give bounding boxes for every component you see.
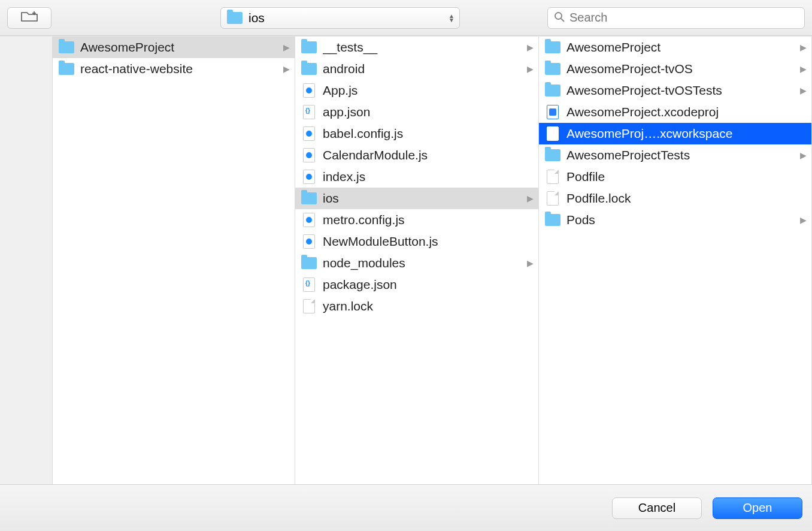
file-label: AwesomeProject bbox=[80, 40, 277, 55]
chevron-right-icon: ▶ bbox=[527, 194, 534, 203]
file-row[interactable]: Podfile bbox=[539, 166, 811, 188]
file-row[interactable]: Podfile.lock bbox=[539, 188, 811, 209]
file-label: Podfile.lock bbox=[566, 191, 807, 206]
chevron-right-icon: ▶ bbox=[527, 64, 534, 74]
chevron-right-icon: ▶ bbox=[800, 215, 807, 225]
js-file-icon bbox=[301, 235, 317, 248]
file-icon bbox=[301, 300, 317, 313]
file-icon bbox=[545, 192, 560, 205]
file-label: ios bbox=[323, 191, 521, 206]
chevron-right-icon: ▶ bbox=[527, 258, 534, 268]
js-file-icon bbox=[301, 127, 317, 140]
search-input[interactable] bbox=[569, 11, 798, 25]
file-row[interactable]: package.json bbox=[295, 274, 538, 295]
folder-icon bbox=[59, 41, 74, 54]
file-row[interactable]: react-native-website▶ bbox=[53, 58, 295, 80]
file-label: react-native-website bbox=[80, 62, 277, 76]
js-file-icon bbox=[301, 149, 317, 162]
folder-icon bbox=[301, 192, 317, 205]
search-field[interactable] bbox=[547, 7, 805, 29]
folder-icon bbox=[545, 213, 560, 227]
js-file-icon bbox=[301, 170, 317, 183]
file-label: AwesomeProject bbox=[566, 40, 794, 55]
file-label: yarn.lock bbox=[323, 299, 534, 313]
js-file-icon bbox=[301, 213, 317, 227]
file-row[interactable]: AwesomeProjectTests▶ bbox=[539, 144, 811, 166]
cancel-button[interactable]: Cancel bbox=[612, 497, 702, 519]
xcode-file-icon bbox=[545, 105, 560, 119]
column-0: AwesomeProject▶react-native-website▶ bbox=[53, 37, 295, 484]
folder-icon bbox=[545, 84, 560, 97]
file-label: Podfile bbox=[566, 170, 807, 184]
file-row[interactable]: yarn.lock bbox=[295, 295, 538, 317]
file-label: AwesomeProject.xcodeproj bbox=[566, 105, 807, 119]
json-file-icon bbox=[301, 278, 317, 291]
file-row[interactable]: node_modules▶ bbox=[295, 252, 538, 274]
path-popup[interactable]: ios ▲▼ bbox=[220, 7, 460, 29]
toolbar: ios ▲▼ bbox=[0, 0, 812, 36]
file-row[interactable]: AwesomeProject▶ bbox=[53, 37, 295, 58]
column-2: AwesomeProject▶AwesomeProject-tvOS▶Aweso… bbox=[539, 37, 812, 484]
file-row[interactable]: AwesomeProject-tvOSTests▶ bbox=[539, 80, 811, 101]
chevron-right-icon: ▶ bbox=[800, 150, 807, 160]
file-label: android bbox=[323, 62, 521, 76]
folder-icon bbox=[301, 41, 317, 54]
file-row[interactable]: AwesomeProject-tvOS▶ bbox=[539, 58, 811, 80]
file-row[interactable]: index.js bbox=[295, 166, 538, 188]
file-label: Pods bbox=[566, 213, 794, 227]
file-row[interactable]: metro.config.js bbox=[295, 209, 538, 231]
sidebar bbox=[0, 37, 53, 484]
file-row[interactable]: AwesomeProject.xcodeproj bbox=[539, 101, 811, 123]
folder-icon bbox=[59, 62, 74, 76]
file-label: App.js bbox=[323, 83, 534, 98]
column-1: __tests__▶android▶App.jsapp.jsonbabel.co… bbox=[295, 37, 539, 484]
file-row[interactable]: Pods▶ bbox=[539, 209, 811, 231]
open-button[interactable]: Open bbox=[713, 497, 802, 519]
file-row[interactable]: __tests__▶ bbox=[295, 37, 538, 58]
file-label: node_modules bbox=[323, 256, 521, 270]
folder-icon bbox=[301, 62, 317, 76]
new-folder-button[interactable] bbox=[7, 7, 51, 29]
file-icon bbox=[545, 170, 560, 183]
new-folder-icon bbox=[21, 10, 38, 25]
chevron-right-icon: ▶ bbox=[800, 64, 807, 74]
file-label: __tests__ bbox=[323, 40, 521, 55]
folder-icon bbox=[545, 62, 560, 76]
file-label: AwesomeProj….xcworkspace bbox=[566, 126, 807, 141]
file-row[interactable]: babel.config.js bbox=[295, 123, 538, 144]
chevron-right-icon: ▶ bbox=[800, 86, 807, 95]
file-row[interactable]: ios▶ bbox=[295, 188, 538, 209]
path-label: ios bbox=[249, 11, 265, 25]
file-label: metro.config.js bbox=[323, 213, 534, 227]
json-file-icon bbox=[301, 105, 317, 119]
search-icon bbox=[554, 11, 565, 25]
main-area: AwesomeProject▶react-native-website▶__te… bbox=[0, 36, 812, 484]
file-row[interactable]: AwesomeProject▶ bbox=[539, 37, 811, 58]
file-label: babel.config.js bbox=[323, 126, 534, 141]
folder-icon bbox=[545, 41, 560, 54]
file-row[interactable]: AwesomeProj….xcworkspace bbox=[539, 123, 811, 144]
footer: Cancel Open bbox=[0, 484, 812, 531]
js-file-icon bbox=[301, 84, 317, 97]
file-label: CalendarModule.js bbox=[323, 148, 534, 162]
file-label: NewModuleButton.js bbox=[323, 234, 534, 249]
file-label: AwesomeProjectTests bbox=[566, 148, 794, 162]
chevron-right-icon: ▶ bbox=[527, 43, 534, 52]
stepper-icon: ▲▼ bbox=[449, 14, 455, 22]
file-row[interactable]: app.json bbox=[295, 101, 538, 123]
file-row[interactable]: App.js bbox=[295, 80, 538, 101]
file-label: app.json bbox=[323, 105, 534, 119]
file-row[interactable]: NewModuleButton.js bbox=[295, 231, 538, 252]
file-row[interactable]: android▶ bbox=[295, 58, 538, 80]
file-label: AwesomeProject-tvOS bbox=[566, 62, 794, 76]
chevron-right-icon: ▶ bbox=[283, 64, 290, 74]
column-browser: AwesomeProject▶react-native-website▶__te… bbox=[53, 37, 812, 484]
svg-point-0 bbox=[555, 13, 562, 19]
file-label: AwesomeProject-tvOSTests bbox=[566, 83, 794, 98]
file-row[interactable]: CalendarModule.js bbox=[295, 144, 538, 166]
file-label: index.js bbox=[323, 170, 534, 184]
file-label: package.json bbox=[323, 277, 534, 292]
folder-icon bbox=[227, 11, 243, 25]
chevron-right-icon: ▶ bbox=[283, 43, 290, 52]
xcode-file-icon bbox=[545, 127, 560, 140]
